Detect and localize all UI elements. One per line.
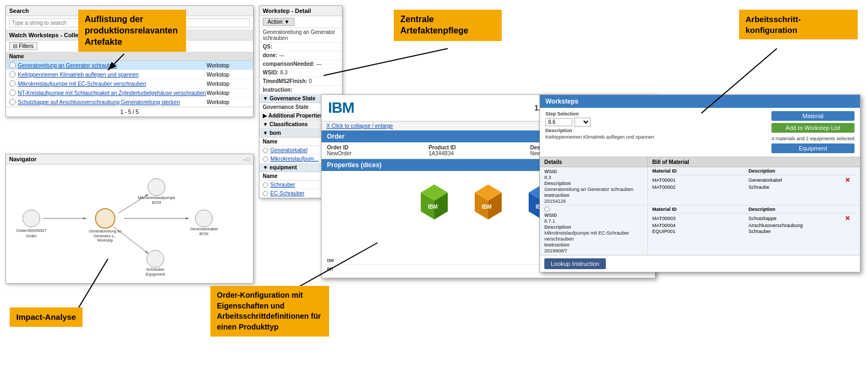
callout-arbeitsschritt-text: Arbeitsschritt-konfiguration [746,15,801,35]
equip-icon [263,182,268,188]
svg-text:BCM: BCM [200,231,209,236]
desc-val-2: Mikrokreislaufpumpe mit EC-Schrauber ver… [544,230,629,242]
equip-icon2 [263,191,268,196]
svg-text:Order00000007: Order00000007 [16,228,47,233]
list-item-name[interactable]: NT-Kreislaufpumpe mit Schlauchpaket an Z… [18,90,206,96]
step-selection-input[interactable] [545,118,572,126]
mat-action-header-2 [845,207,856,212]
workstep-detail-title: Workstep - Detail [259,6,342,16]
bom-group-2-right: Material ID Description MAT00003 Schutzk… [648,205,860,255]
pagination: 1 - 5 / 5 [6,107,253,116]
remove-mat-2-1-button[interactable]: ✕ [845,215,856,222]
list-item-name[interactable]: Mikrokreislaufpumpe mit EC-Schrauber ver… [18,81,146,87]
bom-item-icon [263,148,268,153]
list-item[interactable]: Schutzkappe auf Anschlussverschraubung G… [6,98,253,107]
list-item-name[interactable]: Keilrippenriemen Klimatrieb auflegen und… [18,72,139,78]
bom-group-2: WSID 8.7.1 Description Mikrokreislaufpum… [540,205,860,255]
done-value: — [279,52,284,58]
list-item-name-cell: NT-Kreislaufpumpe mit Schlauchpaket an Z… [9,90,207,96]
radio-2[interactable] [544,207,550,212]
classifications-label: Classifications [270,121,308,127]
instr-lbl-2: Instruction [544,242,570,248]
desc-val-1: Generatoreitung an Generator schrauben [544,187,633,192]
step-right: Material Add to Workstep List 4 material… [771,111,855,153]
list-item-type: Workstop [207,81,250,87]
remove-mat-1-1-button[interactable]: ✕ [845,176,856,184]
selected-info: 4 materials and 2 equipments selected [771,136,855,141]
svg-point-18 [147,250,164,268]
instruction-label: Instruction: [263,87,292,93]
done-label: done: [263,52,277,58]
mat-id-2-3: EQUIP001 [652,229,749,234]
additional-props-label: Additional Properties [268,113,323,119]
navigator-content: Order00000007 Order Generatoreitung an G… [6,164,253,283]
mat-row-1-2: MAT00002 Schraube [652,184,856,190]
desc-label: Description [545,128,572,133]
list-item-name-cell: Keilrippenriemen Klimatrieb auflegen und… [9,71,207,78]
comparison-value: — [316,61,322,67]
wsid-val-1: 8.3 [544,175,551,180]
mat-id-header: Material ID [652,168,749,174]
bom-label: bom [270,130,281,136]
action-label: Action [268,19,283,25]
callout-arbeitsschritt: Arbeitsschritt-konfiguration [739,10,858,39]
equip-name[interactable]: Schrauber [270,182,295,188]
svg-text:Generatoreitung an: Generatoreitung an [89,229,121,234]
svg-text:BCM: BCM [152,200,161,205]
material-button[interactable]: Material [771,111,855,121]
list-item[interactable]: Mikrokreislaufpumpe mit EC-Schrauber ver… [6,79,253,88]
callout-impact-text: Impact-Analyse [16,312,76,321]
step-selection-label: Step Selection [545,111,579,116]
list-item-name-cell: Schutzkappe auf Anschlussverschraubung G… [9,99,207,105]
list-item-name-cell: Mikrokreislaufpumpe mit EC-Schrauber ver… [9,80,207,87]
product-id-value: 1A344B34 [428,150,528,156]
callout-zentrale-text: Zentrale Artefaktenpflege [400,15,468,35]
list-item[interactable]: NT-Kreislaufpumpe mit Schlauchpaket an Z… [6,88,253,98]
action-button[interactable]: Action ▼ [263,18,295,26]
wsid-lbl-1: WSID [544,169,557,174]
instr-lbl-1: Instruction [544,193,570,198]
ws-action-bar: Action ▼ [259,16,342,28]
ws-instruction-field: Instruction: [259,86,342,94]
svg-text:IBM: IBM [428,204,438,210]
svg-text:Schrauber: Schrauber [146,267,165,272]
filter-button[interactable]: ⊟ Filters [9,42,37,50]
worksteps-right-panel: Worksteps Step Selection ▼ Description K… [539,94,860,272]
equipment-button[interactable]: Equipment [771,143,855,153]
bom-item-name2[interactable]: Mikrokreislaufpum... [270,156,318,162]
svg-point-15 [195,210,213,227]
callout-impact: Impact-Analyse [10,307,83,327]
list-item-type: Workstop [207,72,250,78]
list-item-name[interactable]: Generatoreitung an Generator schrauben [18,63,117,68]
mat-id-2-1: MAT00003 [652,216,749,221]
bom-item-name[interactable]: Generatorkabel [270,147,307,153]
bom-group-1-right: Material ID Description MAT00001 Generat… [648,167,860,205]
lookup-instruction-button[interactable]: Lookup Instruction [544,258,606,269]
mat-id-1-1: MAT00001 [652,177,749,183]
ws-done-field: done: — [259,51,342,60]
mat-id-header-2: Material ID [652,207,749,212]
list-item[interactable]: Keilrippenriemen Klimatrieb auflegen und… [6,70,253,79]
list-item[interactable]: Generatoreitung an Generator schrauben W… [6,61,253,70]
equipment-collapse-icon: ▼ [263,164,268,170]
svg-point-5 [23,210,40,227]
step-selection-dropdown[interactable]: ▼ [575,118,591,127]
worksteps-right-header: Worksteps [540,95,860,108]
equip-name2[interactable]: EC-Schrauber [270,190,304,196]
desc-lbl-2: Description [544,224,571,230]
svg-text:Workstep: Workstep [97,238,113,243]
list-item-name[interactable]: Schutzkappe auf Anschlussverschraubung G… [18,99,180,105]
navigator-panel: Navigator - □ Order00000007 Order [5,154,254,284]
wsid-lbl-2: WSID [544,213,557,218]
navigator-svg: Order00000007 Order Generatoreitung an G… [6,164,253,283]
bom-group-1: WSID 8.3 Description Generatoreitung an … [540,167,860,205]
wsid-label: WSID: [263,70,278,76]
add-workstep-button[interactable]: Add to Workstep List [771,123,855,133]
bom-item-icon2 [263,156,268,162]
navigator-label: Navigator [9,156,37,162]
expand-icon: ▶ [263,113,267,119]
callout-auflistung: Auflistung der produktionsrelavanten Art… [78,10,186,52]
mat-desc-header: Description [749,168,845,174]
svg-point-12 [148,179,165,196]
qs-label: QS: [263,44,272,50]
